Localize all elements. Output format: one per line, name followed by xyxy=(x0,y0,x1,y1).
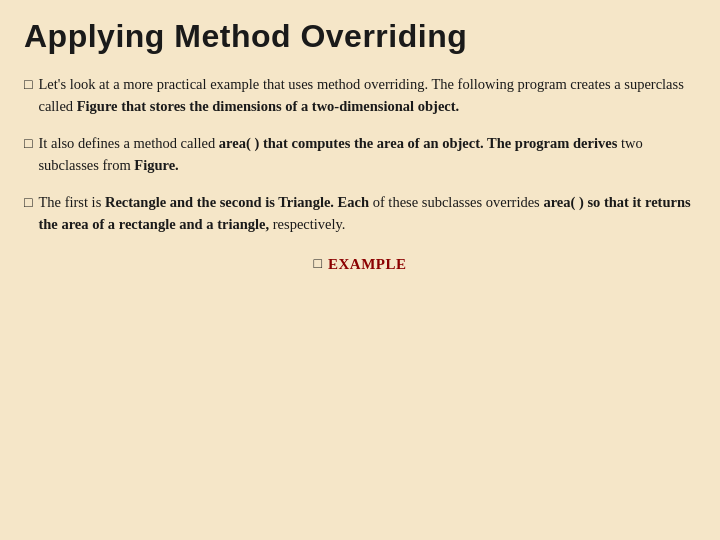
page-title: Applying Method Overriding xyxy=(24,18,696,55)
example-section: □ EXAMPLE xyxy=(24,256,696,273)
bullet-text-3: The first is Rectangle and the second is… xyxy=(38,191,696,236)
bullet-item-1: □ Let's look at a more practical example… xyxy=(24,73,696,118)
example-line: □ EXAMPLE xyxy=(24,256,696,273)
bullet-marker-3: □ xyxy=(24,192,32,214)
bullet-marker-1: □ xyxy=(24,74,32,96)
bullet-item-3: □ The first is Rectangle and the second … xyxy=(24,191,696,236)
example-bullet-marker: □ xyxy=(314,256,322,272)
bullet-section: □ Let's look at a more practical example… xyxy=(24,73,696,236)
bullet-text-1: Let's look at a more practical example t… xyxy=(38,73,696,118)
bullet-text-2: It also defines a method called area( ) … xyxy=(38,132,696,177)
slide: Applying Method Overriding □ Let's look … xyxy=(0,0,720,540)
bullet-marker-2: □ xyxy=(24,133,32,155)
bullet-item-2: □ It also defines a method called area( … xyxy=(24,132,696,177)
example-label: EXAMPLE xyxy=(328,256,407,273)
